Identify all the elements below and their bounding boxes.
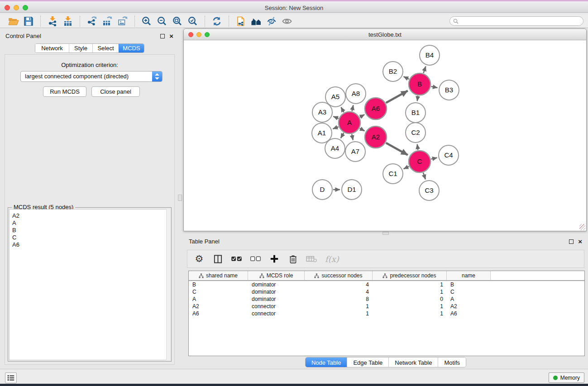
column-header-shared-name[interactable]: shared name [189,271,248,280]
delete-table-button[interactable] [306,253,317,265]
tab-node-table[interactable]: Node Table [306,357,347,367]
deselect-all-button[interactable] [250,253,261,265]
table-row[interactable]: Bdominator41B [189,281,584,288]
network-node-A3[interactable]: A3 [312,102,332,122]
zoom-out-button[interactable] [154,15,170,27]
mcds-result-item[interactable]: C [12,234,170,241]
network-node-B2[interactable]: B2 [383,62,403,81]
table-float-panel-icon[interactable] [569,239,574,244]
network-edge-A-A8[interactable] [352,105,354,111]
tab-select[interactable]: Select [92,44,119,52]
tab-network-table[interactable]: Network Table [388,357,438,367]
column-header-name[interactable]: name [447,271,491,280]
home-button[interactable] [249,15,264,27]
vertical-splitter-handle[interactable] [178,195,182,201]
panel-list-button[interactable] [5,372,17,383]
network-node-C[interactable]: C [409,151,430,172]
network-edge-A6-B[interactable] [386,91,408,103]
network-edge-A-A1[interactable] [333,127,338,129]
import-network-button[interactable] [45,15,60,27]
tab-network[interactable]: Network [35,44,69,52]
mcds-result-item[interactable]: A6 [12,241,170,248]
zoom-selected-button[interactable] [185,15,201,27]
mcds-result-item[interactable]: A [12,219,170,227]
export-network-button[interactable] [84,15,100,27]
export-image-button[interactable] [115,15,130,27]
network-edge-A2-C[interactable] [386,143,408,155]
network-edge-C-C2[interactable] [417,144,418,150]
table-row[interactable]: Adominator80A [189,295,584,303]
network-edge-C-C3[interactable] [423,173,425,180]
close-panel-icon[interactable]: × [169,32,173,40]
network-node-C2[interactable]: C2 [406,123,425,143]
network-edge-B-B1[interactable] [417,96,418,101]
network-node-B1[interactable]: B1 [406,103,425,123]
network-node-D1[interactable]: D1 [342,180,362,200]
table-row[interactable]: A6connector11A6 [189,310,584,317]
add-column-button[interactable] [269,253,280,265]
network-edge-A-A5[interactable] [341,107,344,112]
close-panel-button[interactable]: Close panel [91,86,140,97]
float-panel-icon[interactable] [160,34,165,38]
resize-grip-icon[interactable] [579,224,585,230]
network-node-A2[interactable]: A2 [365,126,387,148]
column-header-successor-nodes[interactable]: successor nodes [305,271,373,280]
horizontal-splitter-handle[interactable] [382,232,389,235]
mcds-result-item[interactable]: A2 [12,212,170,219]
network-node-B[interactable]: B [409,73,430,95]
network-node-B3[interactable]: B3 [439,80,459,100]
network-edge-A-A3[interactable] [333,116,338,118]
search-input[interactable] [461,18,583,24]
run-mcds-button[interactable]: Run MCDS [43,86,86,97]
network-node-B4[interactable]: B4 [420,45,440,65]
mcds-result-item[interactable]: B [12,227,170,234]
network-node-A5[interactable]: A5 [325,87,345,107]
table-close-panel-icon[interactable]: × [578,238,582,245]
search-field[interactable] [449,16,583,26]
network-canvas[interactable]: B4B2BB3A5A8A6B1A3AC2A1A2A4A7C4CC1DD1C3 [184,41,586,231]
network-node-A7[interactable]: A7 [345,142,365,162]
network-edge-A-A4[interactable] [341,133,344,138]
network-node-C4[interactable]: C4 [439,145,459,165]
mcds-result-scrollbar[interactable] [166,209,170,360]
show-all-button[interactable] [279,15,295,27]
network-edge-A-A6[interactable] [360,114,364,117]
network-node-A1[interactable]: A1 [312,123,332,143]
network-node-A6[interactable]: A6 [365,98,387,119]
delete-column-button[interactable] [287,253,298,265]
network-edge-B-B4[interactable] [423,67,425,73]
network-edge-B-B2[interactable] [403,76,409,79]
column-header-MCDS-role[interactable]: MCDS role [248,271,305,280]
tab-motifs[interactable]: Motifs [438,357,466,367]
network-node-A8[interactable]: A8 [346,84,366,104]
tab-mcds[interactable]: MCDS [119,44,144,52]
table-row[interactable]: Cdominator41C [189,288,584,295]
select-all-button[interactable] [231,253,242,265]
network-node-A[interactable]: A [339,112,360,133]
column-header-predecessor-nodes[interactable]: predecessor nodes [373,271,447,280]
settings-button[interactable]: ⚙ [194,253,205,265]
tab-edge-table[interactable]: Edge Table [347,357,388,367]
memory-button[interactable]: Memory [549,372,584,383]
function-builder-button[interactable]: f(x) [325,253,339,265]
network-edge-C-C4[interactable] [431,158,437,159]
table-row[interactable]: A2connector11A2 [189,303,584,310]
columns-button[interactable] [212,253,223,265]
network-edge-A-A7[interactable] [352,134,353,140]
criterion-dropdown[interactable]: largest connected component (directed) [20,71,163,82]
hide-selected-button[interactable] [264,15,279,27]
save-session-button[interactable] [21,15,36,27]
mcds-result-list[interactable]: A2ABCA6 [9,209,170,360]
network-node-D[interactable]: D [312,180,332,200]
network-node-A4[interactable]: A4 [325,138,345,158]
tab-style[interactable]: Style [69,44,92,52]
zoom-in-button[interactable] [139,15,154,27]
import-table-button[interactable] [60,15,76,27]
network-node-C1[interactable]: C1 [383,164,403,184]
zoom-fit-button[interactable] [170,15,185,27]
network-edge-C-C1[interactable] [404,167,409,169]
export-table-button[interactable] [100,15,115,27]
network-edge-A-A2[interactable] [360,129,365,131]
refresh-button[interactable] [209,15,225,27]
network-from-file-button[interactable] [233,15,249,27]
